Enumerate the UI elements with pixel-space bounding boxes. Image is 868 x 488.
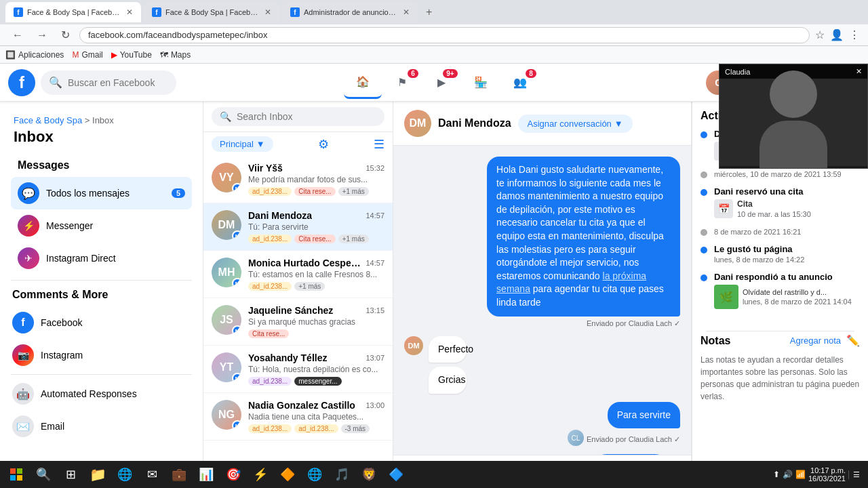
- show-desktop-icon[interactable]: ☰: [848, 470, 860, 479]
- browser-chrome: f Face & Body Spa | Facebook ✕ f Face & …: [0, 0, 868, 24]
- fb-nav-store[interactable]: 🏪: [462, 66, 500, 99]
- msg-name-msg4: Jaqueline Sánchez: [248, 305, 333, 316]
- tab-2[interactable]: f Face & Body Spa | Facebook ✕: [144, 2, 279, 22]
- forward-button[interactable]: →: [33, 28, 52, 43]
- msg-item-msg3[interactable]: MH M Monica Hurtado Cespedes 14:57 Tú: e…: [203, 251, 393, 298]
- breadcrumb-page-link[interactable]: Face & Body Spa: [14, 115, 82, 125]
- tab-3[interactable]: f Administrador de anuncios - Ad... ✕: [282, 2, 418, 22]
- msg-tag-0: ad_id.238...: [248, 377, 292, 386]
- tray-icon-3[interactable]: 📶: [795, 470, 806, 479]
- bookmark-maps[interactable]: 🗺 Maps: [160, 50, 191, 60]
- search-icon: 🔍: [220, 111, 231, 122]
- taskbar-app-3[interactable]: ⚡: [247, 461, 274, 488]
- user-profile-icon[interactable]: 👤: [830, 28, 844, 41]
- taskbar-app-5[interactable]: 🎵: [328, 461, 355, 488]
- msg-time-msg4: 13:15: [366, 306, 384, 314]
- sidebar-item-email[interactable]: ✉️ Email: [5, 410, 197, 443]
- tab-3-close[interactable]: ✕: [403, 7, 410, 17]
- bookmark-icon[interactable]: ☆: [815, 28, 825, 41]
- tray-icon-1[interactable]: ⬆: [773, 470, 780, 479]
- filter-actions-icon[interactable]: ⚙: [318, 137, 329, 152]
- more-options-icon[interactable]: ⋮: [849, 28, 860, 41]
- msg-name-msg5: Yosahandy Téllez: [248, 352, 327, 363]
- add-note-link[interactable]: Agregar nota: [790, 336, 841, 346]
- msg-tags-msg4: Cita rese...: [248, 329, 384, 338]
- messenger-sidebar-icon: ⚡: [18, 215, 39, 237]
- instagram-direct-label: Instagram Direct: [46, 253, 116, 264]
- notes-text: Las notas te ayudan a recordar detalles …: [701, 354, 860, 403]
- reload-button[interactable]: ↻: [57, 27, 74, 43]
- sidebar-item-instagram[interactable]: 📷 Instagram: [5, 339, 197, 371]
- bookmark-gmail[interactable]: M Gmail: [72, 50, 102, 60]
- sidebar-item-automated-responses[interactable]: 🤖 Automated Responses: [5, 378, 197, 410]
- notes-title: Notas Agregar nota ✏️: [701, 334, 860, 347]
- activity-dot-date-1: [701, 171, 707, 178]
- msg-avatar-msg2: DM M: [212, 210, 241, 240]
- assign-conversation-button[interactable]: Asignar conversación ▼: [518, 115, 633, 133]
- fb-nav-video[interactable]: ▶ 9+: [422, 66, 460, 99]
- msg-filter-principal[interactable]: Principal ▼: [212, 136, 273, 152]
- taskbar-store[interactable]: 💼: [165, 461, 193, 488]
- sidebar-item-messenger[interactable]: ⚡ Messenger: [11, 209, 192, 242]
- tray-icon-2[interactable]: 🔊: [783, 470, 793, 479]
- new-tab-button[interactable]: +: [420, 6, 437, 18]
- fb-nav-home[interactable]: 🏠: [344, 66, 382, 99]
- taskbar-file-explorer[interactable]: 📁: [84, 461, 111, 488]
- taskbar-app-7[interactable]: 🔷: [382, 461, 410, 488]
- video-close-icon[interactable]: ✕: [856, 67, 862, 76]
- fb-search-input[interactable]: [68, 77, 170, 88]
- tab-1[interactable]: f Face & Body Spa | Facebook ✕: [5, 2, 141, 22]
- back-button[interactable]: ←: [8, 28, 27, 43]
- sidebar-item-all-messages[interactable]: 💬 Todos los mensajes 5: [11, 177, 192, 209]
- taskbar-app-2[interactable]: 🎯: [220, 461, 247, 488]
- msg-tag-0: ad_id.238...: [248, 187, 292, 196]
- msg-time-msg6: 13:00: [366, 401, 384, 409]
- fb-nav-flag[interactable]: ⚑ 6: [383, 66, 421, 99]
- address-input[interactable]: [79, 27, 810, 43]
- msg-list: VY M Viir Yšš 15:32 Me podría mandar fot…: [203, 156, 393, 488]
- taskbar-edge[interactable]: 🌐: [111, 461, 138, 488]
- notes-edit-icon[interactable]: ✏️: [846, 334, 860, 347]
- msg-preview-msg1: Me podría mandar fotos de sus...: [248, 175, 384, 184]
- bookmark-aplicaciones[interactable]: 🔲 Aplicaciones: [5, 50, 64, 60]
- windows-logo-icon: [10, 468, 22, 481]
- msg-search[interactable]: 🔍: [212, 107, 384, 126]
- activity-dot-date-2: [701, 229, 707, 236]
- tab-1-close[interactable]: ✕: [126, 7, 133, 17]
- sidebar-item-instagram-direct[interactable]: ✈ Instagram Direct: [11, 242, 192, 274]
- msg-tag-1: ad_id.238...: [294, 424, 338, 433]
- msg-item-msg4[interactable]: JS M Jaqueline Sánchez 13:15 Si ya marqu…: [203, 298, 393, 346]
- cita-icon-2: 📅: [714, 199, 733, 218]
- sidebar-item-facebook[interactable]: f Facebook: [5, 306, 197, 339]
- msg-bubble-received-1: Perfecto: [429, 336, 467, 363]
- taskbar-app-4[interactable]: 🔶: [274, 461, 301, 488]
- taskbar-app-1[interactable]: 📊: [193, 461, 220, 488]
- msg-tag-1: messenger...: [294, 377, 341, 386]
- msg-item-msg5[interactable]: YT M Yosahandy Téllez 13:07 Tú: Hola, nu…: [203, 346, 393, 393]
- msg-tag-1: Cita rese...: [294, 187, 335, 196]
- msg-filter-bar: Principal ▼ ⚙ ☰: [203, 132, 393, 156]
- received-bubbles: Perfecto Grcias: [429, 336, 483, 394]
- msg-item-msg6[interactable]: NG M Nadia Gonzalez Castillo 13:00 Nadia…: [203, 393, 393, 441]
- taskbar-task-view[interactable]: ⊞: [57, 461, 84, 488]
- taskbar-search[interactable]: 🔍: [30, 461, 57, 488]
- start-button[interactable]: [3, 461, 30, 488]
- fb-search-container[interactable]: 🔍: [41, 70, 176, 95]
- msg-search-input[interactable]: [237, 111, 376, 122]
- chat-username: Dani Mendoza: [438, 117, 511, 129]
- taskbar-chrome[interactable]: 🌐: [301, 461, 328, 488]
- msg-item-msg2[interactable]: DM M Dani Mendoza 14:57 Tú: Para servirt…: [203, 203, 393, 251]
- fb-logo[interactable]: f: [8, 69, 35, 96]
- tab-2-close[interactable]: ✕: [264, 7, 271, 17]
- fb-nav-groups[interactable]: 👥 8: [501, 66, 539, 99]
- filter-sort-icon[interactable]: ☰: [374, 137, 384, 152]
- msg-preview-msg2: Tú: Para servirte: [248, 222, 384, 232]
- message-list-panel: 🔍 Principal ▼ ⚙ ☰ VY M: [203, 102, 393, 488]
- taskbar-app-6[interactable]: 🦁: [355, 461, 382, 488]
- msg-tags-msg3: ad_id.238...+1 más: [248, 282, 384, 291]
- bookmark-youtube[interactable]: ▶ YouTube: [111, 50, 152, 60]
- msg-item-msg1[interactable]: VY M Viir Yšš 15:32 Me podría mandar fot…: [203, 156, 393, 203]
- msg-time-msg3: 14:57: [366, 259, 384, 267]
- email-icon: ✉️: [12, 415, 34, 437]
- taskbar-mail[interactable]: ✉: [138, 461, 165, 488]
